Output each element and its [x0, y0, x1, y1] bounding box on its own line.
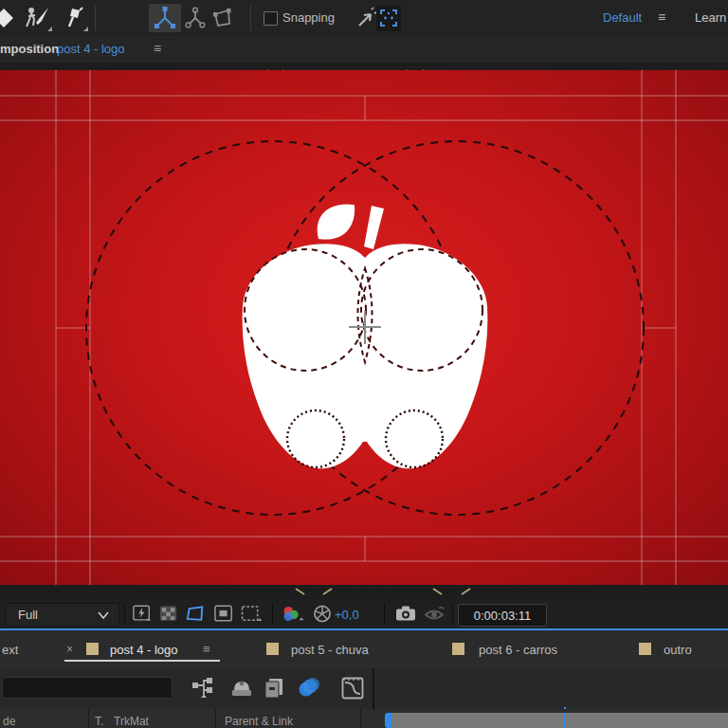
column-t[interactable]: T.	[95, 715, 103, 728]
resolution-value: Full	[18, 608, 98, 622]
transparency-grid-icon[interactable]	[159, 605, 178, 623]
timeline-tab[interactable]: outro	[664, 643, 692, 657]
comp-icon	[639, 643, 651, 655]
work-area-bar[interactable]	[391, 713, 728, 728]
timeline-tab[interactable]: post 6 - carros	[479, 643, 557, 657]
pasteboard-bottom	[0, 585, 728, 599]
roto-brush-icon	[24, 6, 50, 30]
node-round-icon	[184, 7, 207, 29]
motion-blur-icon[interactable]	[298, 677, 320, 700]
column-trkmat[interactable]: TrkMat	[114, 715, 149, 728]
graph-editor-icon[interactable]	[341, 677, 364, 700]
shy-layers-icon[interactable]	[230, 677, 253, 700]
lasso-path-icon	[211, 7, 232, 29]
exposure-shutter-icon[interactable]	[313, 605, 332, 623]
timeline-column-headers: de T. TrkMat Parent & Link	[0, 709, 728, 728]
apple-stem-shape[interactable]	[364, 206, 384, 249]
vertex-tool-selected-button[interactable]	[149, 4, 181, 32]
comp-icon	[266, 643, 279, 655]
puppet-pin-tool-button[interactable]	[57, 4, 89, 32]
snap-target-toggle[interactable]	[376, 5, 401, 31]
composition-panel-title: mposition	[0, 42, 59, 56]
apple-shape[interactable]	[243, 244, 488, 468]
dashed-target-icon	[379, 9, 398, 27]
viewer-toolbar: Full	[0, 599, 728, 629]
show-snapshot-eye-icon[interactable]	[424, 605, 445, 623]
cursor-arrow-icon	[354, 7, 376, 29]
separator	[384, 604, 385, 624]
toolbar-separator	[250, 5, 251, 31]
shape-tool-button[interactable]	[0, 4, 15, 32]
column-parent-link[interactable]: Parent & Link	[225, 715, 293, 728]
column-separator	[88, 709, 89, 728]
panel-menu-icon[interactable]: ≡	[154, 41, 161, 56]
composition-viewport[interactable]	[0, 70, 728, 585]
mini-flowchart-icon[interactable]	[191, 677, 214, 700]
tab-menu-icon[interactable]: ≡	[203, 642, 210, 656]
work-area-start-handle[interactable]	[385, 713, 391, 728]
pasteboard-top	[0, 63, 728, 70]
top-toolbar: Snapping Default ≡ Learn	[0, 0, 728, 37]
column-separator	[215, 709, 216, 728]
mask-outline-marks-bottom	[0, 585, 728, 599]
roto-brush-tool-button[interactable]	[21, 4, 53, 32]
timeline-tab[interactable]: post 5 - chuva	[291, 643, 369, 657]
flyout-triangle-icon	[47, 27, 52, 31]
after-effects-window: Snapping Default ≡ Learn mposition post …	[0, 0, 728, 728]
snapping-checkbox[interactable]	[264, 11, 278, 26]
active-tab-underline	[64, 660, 220, 662]
separator	[452, 604, 453, 624]
timeline-search-input[interactable]	[2, 677, 173, 699]
exposure-value[interactable]: +0,0	[335, 608, 359, 622]
snapping-label: Snapping	[282, 10, 335, 25]
separator	[272, 604, 273, 624]
timeline-tab-partial[interactable]: ext	[2, 643, 18, 657]
workspace-menu-icon[interactable]: ≡	[658, 9, 665, 25]
snap-cursor-button[interactable]	[353, 4, 377, 32]
timeline-tab-bar: ext × post 4 - logo ≡ post 5 - chuva pos…	[0, 628, 728, 670]
vertex-tool-round-button[interactable]	[183, 4, 208, 32]
learn-button[interactable]: Learn	[695, 10, 726, 25]
apple-leaf-shape[interactable]	[318, 204, 355, 239]
timeline-toolbar: :00s 02s 04s 06s	[0, 668, 728, 709]
region-of-interest-icon[interactable]	[214, 605, 233, 623]
playhead-line-continuation	[564, 713, 566, 728]
fast-previews-icon[interactable]	[133, 605, 152, 623]
frame-blending-icon[interactable]	[264, 677, 286, 700]
current-time-field[interactable]: 0:00:03:11	[458, 604, 547, 627]
flyout-triangle-icon	[83, 27, 88, 31]
composition-panel-tab-row: mposition post 4 - logo ≡	[0, 36, 728, 64]
composition-name[interactable]: post 4 - logo	[57, 42, 125, 56]
column-separator	[360, 709, 361, 728]
bezier-node-icon	[153, 6, 177, 30]
separator	[124, 604, 125, 624]
puppet-pin-icon	[61, 6, 85, 30]
grid-guides-options-icon[interactable]	[241, 605, 264, 623]
comp-icon	[86, 643, 99, 655]
chevron-down-icon	[98, 611, 109, 619]
timeline-tab-active[interactable]: post 4 - logo	[110, 643, 178, 657]
snapshot-camera-icon[interactable]	[395, 605, 416, 623]
workspace-default-button[interactable]: Default	[603, 10, 642, 25]
diamond-icon	[0, 7, 15, 29]
comp-icon	[452, 643, 464, 655]
resolution-dropdown[interactable]: Full	[6, 603, 119, 627]
mask-visibility-icon[interactable]	[186, 605, 205, 623]
convert-vertex-tool-button[interactable]	[210, 4, 233, 32]
toolbar-separator	[95, 5, 96, 31]
column-mode[interactable]: de	[3, 715, 15, 728]
channels-rgb-icon[interactable]	[281, 605, 305, 623]
close-tab-icon[interactable]: ×	[66, 643, 73, 656]
